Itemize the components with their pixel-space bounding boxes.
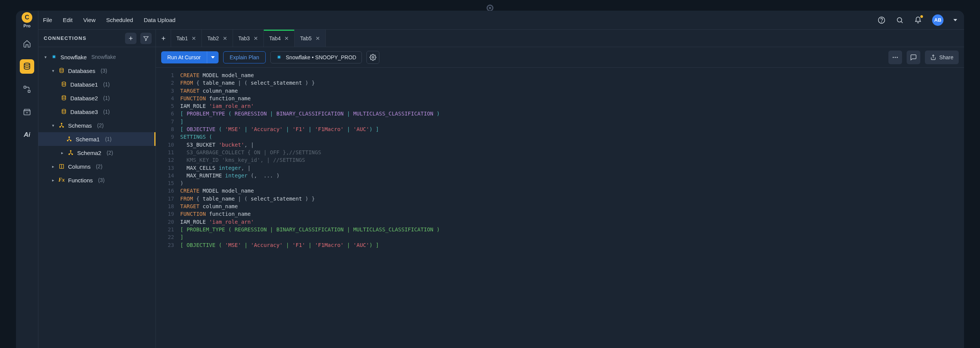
- schema-icon: [67, 149, 74, 156]
- connections-sidebar: CONNECTIONS ▾ Snowflake: [38, 30, 156, 348]
- rail-storage[interactable]: [20, 105, 34, 119]
- code-editor[interactable]: 1CREATE MODEL model_name 2FROM { table_n…: [156, 68, 964, 348]
- run-at-cursor-button[interactable]: Run At Cursor: [161, 51, 207, 64]
- user-avatar[interactable]: AB: [932, 14, 943, 26]
- more-actions-button[interactable]: [888, 51, 902, 64]
- rail-ai[interactable]: Ai: [20, 128, 34, 142]
- svg-point-8: [62, 82, 65, 83]
- tree-item-database1[interactable]: Database1 (1): [38, 78, 156, 91]
- item-label: Database3: [70, 109, 98, 115]
- group-count: (2): [96, 164, 102, 170]
- snowflake-icon: [276, 54, 282, 60]
- pro-badge: Pro: [24, 24, 30, 28]
- rail-pipelines[interactable]: [20, 82, 34, 97]
- chevron-down-icon: [211, 56, 215, 59]
- group-label: Databases: [68, 68, 95, 74]
- explain-plan-button[interactable]: Explain Plan: [223, 51, 266, 64]
- item-label: Schema1: [76, 136, 100, 143]
- tab-strip: Tab1✕ Tab2✕ Tab3✕ Tab4✕ Tab5✕: [156, 30, 964, 47]
- tab-label: Tab5: [300, 35, 311, 41]
- item-count: (1): [103, 95, 110, 101]
- chevron-right-icon: ▸: [60, 151, 64, 156]
- chevron-down-icon: ▾: [51, 123, 55, 128]
- close-icon[interactable]: ✕: [192, 35, 196, 41]
- tree-item-database2[interactable]: Database2 (1): [38, 91, 156, 105]
- rail-home[interactable]: [20, 37, 34, 51]
- main-row: Ai CONNECTIONS ▾: [16, 30, 964, 348]
- tree-connection-snowflake[interactable]: ▾ Snowflake Snowflake: [38, 50, 156, 64]
- share-button[interactable]: Share: [925, 51, 959, 64]
- left-rail: Ai: [16, 30, 38, 348]
- item-label: Database2: [70, 95, 98, 102]
- menu-scheduled[interactable]: Scheduled: [106, 17, 133, 23]
- logo-cell: C Pro: [16, 11, 38, 30]
- sidebar-title: CONNECTIONS: [44, 35, 87, 41]
- rail-database[interactable]: [20, 59, 34, 74]
- group-label: Schemas: [68, 122, 92, 129]
- run-dropdown-button[interactable]: [207, 51, 219, 64]
- user-menu-caret-icon[interactable]: [953, 19, 957, 21]
- query-settings-button[interactable]: [366, 51, 379, 64]
- group-count: (2): [97, 122, 104, 129]
- menu-bar: File Edit View Scheduled Data Upload AB: [38, 11, 964, 30]
- svg-rect-5: [28, 91, 30, 93]
- connection-chip-label: Snowflake • SNOOPY_PROD: [286, 54, 356, 60]
- tree-group-databases[interactable]: ▾ Databases (3): [38, 64, 156, 78]
- header-actions: AB: [877, 14, 964, 26]
- menu-view[interactable]: View: [83, 17, 95, 23]
- menu-data-upload[interactable]: Data Upload: [144, 17, 175, 23]
- group-count: (3): [98, 177, 105, 183]
- top-bar: C Pro File Edit View Scheduled Data Uplo…: [16, 11, 964, 30]
- toolbar-right: Share: [888, 51, 959, 64]
- sidebar-header: CONNECTIONS: [38, 30, 156, 47]
- tree-group-functions[interactable]: ▸ Fx Functions (3): [38, 173, 156, 187]
- connection-tree: ▾ Snowflake Snowflake ▾ Databases (3): [38, 47, 156, 348]
- tab-1[interactable]: Tab1✕: [171, 30, 202, 47]
- tab-2[interactable]: Tab2✕: [202, 30, 233, 47]
- chevron-right-icon: ▸: [51, 178, 55, 183]
- item-label: Database1: [70, 81, 98, 88]
- tree-item-schema1[interactable]: Schema1 (1): [38, 132, 156, 146]
- schema-icon: [58, 122, 65, 129]
- database-icon: [60, 81, 67, 88]
- app-logo-icon: C: [22, 12, 32, 23]
- tree-item-schema2[interactable]: ▸ Schema2 (2): [38, 146, 156, 160]
- tab-5[interactable]: Tab5✕: [294, 30, 325, 47]
- new-tab-button[interactable]: [156, 30, 171, 47]
- add-connection-button[interactable]: [125, 33, 137, 44]
- svg-point-14: [68, 137, 70, 138]
- comments-button[interactable]: [907, 51, 920, 64]
- svg-point-24: [896, 57, 897, 58]
- menu-file[interactable]: File: [43, 17, 52, 23]
- database-icon: [60, 108, 67, 115]
- help-icon[interactable]: [877, 16, 886, 24]
- item-count: (1): [103, 109, 110, 115]
- search-icon[interactable]: [896, 16, 904, 24]
- tree-group-columns[interactable]: ▸ Columns (2): [38, 160, 156, 173]
- notifications-icon[interactable]: [914, 16, 922, 24]
- editor-area: Tab1✕ Tab2✕ Tab3✕ Tab4✕ Tab5✕ Run At Cur…: [156, 30, 964, 348]
- close-icon[interactable]: ✕: [284, 35, 289, 41]
- tree-group-schemas[interactable]: ▾ Schemas (2): [38, 119, 156, 132]
- tab-4[interactable]: Tab4✕: [264, 30, 294, 47]
- functions-icon: Fx: [58, 176, 65, 183]
- group-count: (3): [101, 68, 107, 74]
- tree-item-database3[interactable]: Database3 (1): [38, 105, 156, 119]
- close-icon[interactable]: ✕: [315, 35, 320, 41]
- editor-toolbar: Run At Cursor Explain Plan Snowflake • S…: [156, 47, 964, 68]
- run-button-group: Run At Cursor: [161, 51, 219, 64]
- tab-label: Tab3: [239, 35, 250, 41]
- close-icon[interactable]: ✕: [253, 35, 258, 41]
- snowflake-icon: [51, 54, 57, 60]
- tab-3[interactable]: Tab3✕: [233, 30, 264, 47]
- app-frame: C Pro File Edit View Scheduled Data Uplo…: [16, 11, 964, 348]
- svg-point-22: [892, 57, 894, 58]
- filter-button[interactable]: [140, 33, 152, 44]
- connection-chip[interactable]: Snowflake • SNOOPY_PROD: [270, 51, 362, 64]
- close-icon[interactable]: ✕: [223, 35, 228, 41]
- chevron-down-icon: ▾: [44, 55, 48, 60]
- database-icon: [58, 67, 65, 74]
- menu-edit[interactable]: Edit: [63, 17, 73, 23]
- item-label: Schema2: [77, 150, 101, 156]
- svg-point-9: [62, 95, 65, 97]
